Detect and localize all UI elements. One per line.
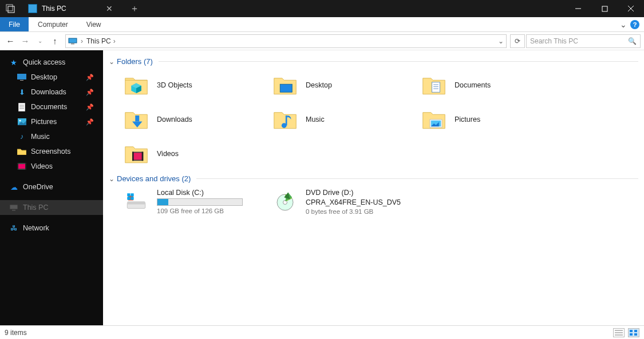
sidebar-label: Videos xyxy=(31,162,53,170)
folder-downloads[interactable]: Downloads xyxy=(120,103,258,135)
drives-grid: Local Disk (C:) 109 GB free of 126 GB DV… xyxy=(103,186,638,218)
folder-documents[interactable]: Documents xyxy=(418,69,555,101)
sidebar-label: Pictures xyxy=(31,118,57,126)
svg-rect-8 xyxy=(17,74,26,79)
nav-forward-button[interactable]: → xyxy=(18,34,32,48)
address-bar[interactable]: › This PC › ⌄ xyxy=(65,34,507,48)
folder-3d-objects[interactable]: 3D Objects xyxy=(120,69,258,101)
drive-free-text: 0 bytes free of 3.91 GB xyxy=(306,208,401,215)
tab-close-icon[interactable]: ✕ xyxy=(104,4,115,13)
sidebar-item-desktop[interactable]: Desktop 📌 xyxy=(0,70,103,85)
status-item-count: 9 items xyxy=(5,329,27,337)
sidebar-item-screenshots[interactable]: Screenshots xyxy=(0,144,103,159)
minimize-button[interactable] xyxy=(565,0,591,17)
music-icon: ♪ xyxy=(17,132,26,141)
view-large-icons-button[interactable] xyxy=(628,328,639,337)
chevron-right-icon[interactable]: › xyxy=(81,37,83,45)
svg-rect-46 xyxy=(131,193,133,196)
maximize-button[interactable] xyxy=(591,0,618,17)
svg-rect-20 xyxy=(10,205,18,209)
drive-name: DVD Drive (D:) xyxy=(306,189,401,197)
folders-grid: 3D Objects Desktop Documents xyxy=(103,69,638,170)
drive-free-text: 109 GB free of 126 GB xyxy=(157,208,243,214)
dvd-drive-icon xyxy=(271,189,299,216)
svg-rect-58 xyxy=(630,333,633,336)
documents-folder-icon xyxy=(420,71,448,99)
sidebar-item-documents[interactable]: Documents 📌 xyxy=(0,99,103,114)
file-menu[interactable]: File xyxy=(0,17,29,31)
drive-dvd-d[interactable]: DVD Drive (D:) CPRA_X64FRE_EN-US_DV5 0 b… xyxy=(269,186,406,218)
storage-bar xyxy=(157,198,243,206)
svg-rect-59 xyxy=(634,333,637,336)
group-header-drives[interactable]: ⌄ Devices and drives (2) xyxy=(103,170,638,186)
refresh-button[interactable]: ⟳ xyxy=(510,34,525,48)
desktop-icon xyxy=(17,73,26,82)
music-folder-icon xyxy=(271,106,299,133)
folder-videos[interactable]: Videos xyxy=(120,138,258,170)
folder-label: Desktop xyxy=(306,81,332,89)
sidebar-item-videos[interactable]: Videos xyxy=(0,159,103,174)
this-pc-icon xyxy=(68,37,77,46)
breadcrumb-this-pc[interactable]: This PC xyxy=(86,37,111,45)
ribbon-tab-computer[interactable]: Computer xyxy=(29,17,77,31)
nav-up-button[interactable]: ↑ xyxy=(48,34,62,48)
group-title: Devices and drives (2) xyxy=(117,174,191,183)
svg-rect-57 xyxy=(634,330,637,332)
chevron-right-icon[interactable]: › xyxy=(113,37,116,45)
folder-desktop[interactable]: Desktop xyxy=(269,69,406,101)
titlebar: This PC ✕ ＋ xyxy=(0,0,644,17)
folder-pictures[interactable]: Pictures xyxy=(418,103,555,135)
svg-rect-48 xyxy=(131,197,133,200)
sidebar-label: Quick access xyxy=(23,58,65,66)
window-tab[interactable]: This PC ✕ xyxy=(20,0,123,17)
pictures-folder-icon xyxy=(420,106,448,133)
navigation-pane: ★ Quick access Desktop 📌 ⬇ Downloads 📌 D… xyxy=(0,50,103,325)
address-dropdown-icon[interactable]: ⌄ xyxy=(498,37,504,45)
pin-icon: 📌 xyxy=(86,103,97,111)
sidebar-item-music[interactable]: ♪ Music xyxy=(0,129,103,144)
expand-ribbon-icon[interactable]: ⌄ xyxy=(620,20,627,29)
content-area: ⌄ Folders (7) 3D Objects Desktop xyxy=(103,50,644,325)
network-icon: 🖧 xyxy=(9,224,18,233)
sidebar-label: OneDrive xyxy=(23,183,53,191)
pictures-icon xyxy=(17,117,26,126)
svg-rect-19 xyxy=(25,163,26,170)
folder-music[interactable]: Music xyxy=(269,103,406,135)
drive-name: Local Disk (C:) xyxy=(157,189,243,197)
this-pc-icon xyxy=(9,203,18,212)
sidebar-label: Downloads xyxy=(31,88,66,96)
sidebar-item-quick-access[interactable]: ★ Quick access xyxy=(0,55,103,70)
svg-rect-47 xyxy=(127,197,130,200)
sidebar-item-pictures[interactable]: Pictures 📌 xyxy=(0,114,103,129)
drive-local-c[interactable]: Local Disk (C:) 109 GB free of 126 GB xyxy=(120,186,258,218)
svg-rect-18 xyxy=(17,163,18,170)
sidebar-item-network[interactable]: 🖧 Network xyxy=(0,221,103,236)
folder-label: Downloads xyxy=(157,115,192,123)
close-button[interactable] xyxy=(618,0,644,17)
group-header-folders[interactable]: ⌄ Folders (7) xyxy=(103,53,638,69)
nav-back-button[interactable]: ← xyxy=(3,34,17,48)
svg-rect-7 xyxy=(71,43,74,45)
new-tab-button[interactable]: ＋ xyxy=(123,0,146,17)
nav-recent-dropdown[interactable]: ⌄ xyxy=(33,34,47,48)
ribbon-tab-view[interactable]: View xyxy=(77,17,110,31)
tab-title: This PC xyxy=(42,5,66,13)
svg-rect-3 xyxy=(602,6,607,11)
search-icon[interactable]: 🔍 xyxy=(628,37,637,45)
folder-label: Pictures xyxy=(455,115,480,123)
help-icon[interactable]: ? xyxy=(630,20,639,29)
onedrive-icon: ☁ xyxy=(9,182,18,192)
sidebar-item-onedrive[interactable]: ☁ OneDrive xyxy=(0,180,103,194)
view-details-button[interactable] xyxy=(613,328,625,337)
folder-label: Music xyxy=(306,115,325,123)
sidebar-item-this-pc[interactable]: This PC xyxy=(0,200,103,215)
svg-rect-0 xyxy=(6,5,13,11)
svg-rect-6 xyxy=(69,38,77,43)
svg-rect-34 xyxy=(286,115,287,126)
search-input[interactable] xyxy=(530,37,628,45)
sidebar-item-downloads[interactable]: ⬇ Downloads 📌 xyxy=(0,85,103,99)
search-box[interactable]: 🔍 xyxy=(526,34,641,48)
svg-rect-38 xyxy=(133,153,143,159)
group-title: Folders (7) xyxy=(117,57,153,66)
svg-rect-21 xyxy=(12,210,15,211)
